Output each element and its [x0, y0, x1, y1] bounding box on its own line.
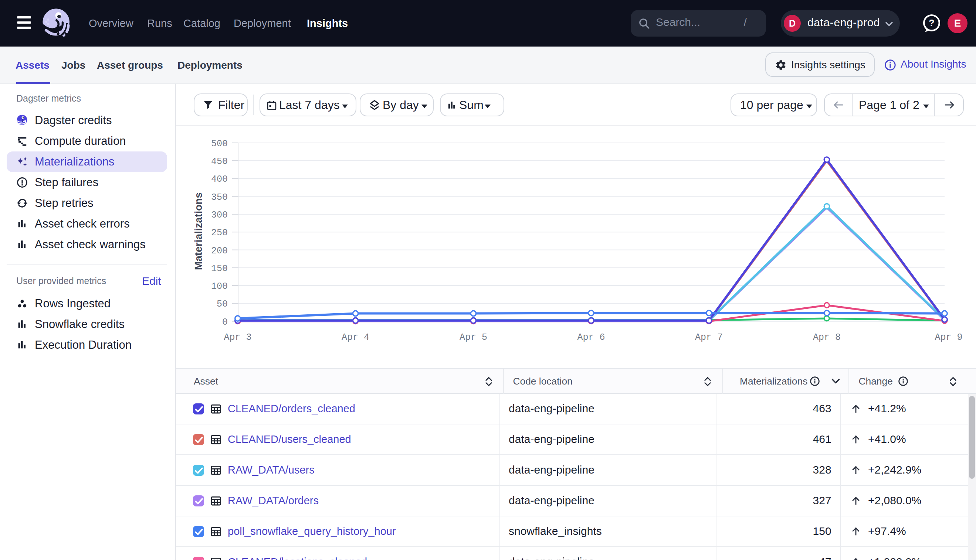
svg-text:?: ? — [929, 18, 934, 28]
svg-text:Apr 5: Apr 5 — [460, 332, 487, 343]
svg-text:100: 100 — [211, 281, 228, 292]
svg-text:50: 50 — [217, 299, 228, 310]
svg-text:Apr 6: Apr 6 — [577, 332, 605, 343]
svg-text:Apr 8: Apr 8 — [813, 332, 841, 343]
svg-text:Apr 3: Apr 3 — [224, 332, 251, 343]
svg-text:300: 300 — [211, 210, 228, 220]
svg-text:200: 200 — [211, 246, 228, 257]
svg-text:350: 350 — [211, 192, 228, 203]
svg-text:Apr 9: Apr 9 — [934, 332, 962, 343]
svg-text:450: 450 — [211, 156, 228, 167]
svg-text:500: 500 — [211, 138, 228, 149]
svg-text:Materializations: Materializations — [192, 192, 204, 270]
svg-text:150: 150 — [211, 263, 228, 274]
svg-text:Apr 4: Apr 4 — [342, 332, 369, 343]
svg-text:400: 400 — [211, 174, 228, 185]
svg-text:250: 250 — [211, 228, 228, 238]
svg-text:0: 0 — [222, 317, 228, 328]
svg-text:Apr 7: Apr 7 — [695, 332, 723, 343]
